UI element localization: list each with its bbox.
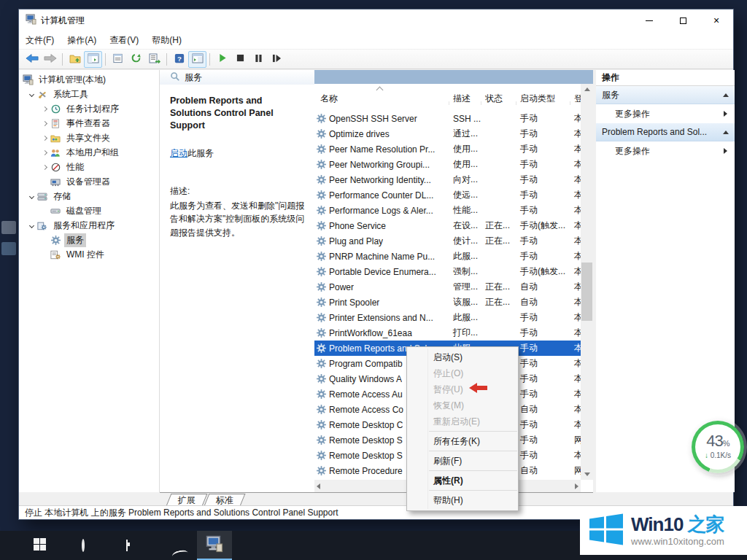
export-list-button[interactable]: [145, 51, 163, 68]
pause-service-button[interactable]: [249, 51, 268, 68]
chevron-right-icon[interactable]: [39, 151, 50, 155]
context-menu-item-10[interactable]: 属性(R): [407, 472, 518, 489]
column-divider[interactable]: [449, 101, 449, 105]
restart-service-button[interactable]: [268, 51, 286, 68]
tab-extended[interactable]: 扩展: [166, 494, 208, 506]
minimize-button[interactable]: [632, 9, 666, 31]
tree-item-4[interactable]: 共享文件夹: [19, 131, 159, 145]
service-row[interactable]: Peer Networking Groupi...使用...手动本: [314, 157, 581, 172]
properties-button[interactable]: [109, 51, 127, 68]
tree-item-3[interactable]: 事件查看器: [19, 116, 159, 131]
chevron-down-icon[interactable]: [26, 195, 36, 198]
service-description-cell: 性能...: [453, 204, 478, 217]
start-service-button[interactable]: [213, 51, 231, 68]
chevron-down-icon[interactable]: [26, 93, 36, 96]
tree-item-0[interactable]: 计算机管理(本地): [19, 72, 159, 87]
collapse-icon[interactable]: [723, 131, 729, 134]
column-header-1[interactable]: 描述: [453, 93, 471, 105]
column-divider[interactable]: [481, 101, 481, 105]
service-row[interactable]: OpenSSH SSH ServerSSH ...手动本: [314, 111, 581, 126]
show-console-tree-button[interactable]: [84, 51, 102, 68]
actions-section-label: Problem Reports and Sol...: [602, 127, 707, 137]
context-menu-item-8[interactable]: 刷新(F): [407, 453, 518, 469]
browser-taskbar-button[interactable]: [153, 531, 188, 560]
chevron-right-icon[interactable]: [39, 166, 50, 169]
service-row[interactable]: Portable Device Enumera...强制...手动(触发...本: [314, 264, 581, 279]
start-service-link[interactable]: 启动: [170, 148, 187, 158]
column-divider[interactable]: [570, 101, 570, 105]
gear-icon: [314, 405, 328, 414]
menu-0[interactable]: 文件(F): [19, 32, 61, 49]
desktop-icon[interactable]: [1, 242, 16, 255]
computer-management-taskbar-button[interactable]: [197, 531, 232, 560]
maximize-button[interactable]: [666, 9, 700, 31]
context-menu-item-0[interactable]: 启动(S): [407, 349, 518, 365]
column-header-0[interactable]: 名称: [320, 93, 338, 105]
desktop-icon[interactable]: [1, 221, 16, 234]
scroll-up-icon[interactable]: [584, 88, 590, 91]
menu-2[interactable]: 查看(V): [103, 32, 145, 49]
task-view-taskbar-button[interactable]: [109, 531, 144, 560]
service-row[interactable]: Performance Logs & Aler...性能...手动本: [314, 203, 581, 218]
gear-icon: [314, 282, 328, 292]
tab-standard[interactable]: 标准: [204, 494, 246, 506]
chevron-right-icon[interactable]: [39, 136, 50, 140]
cortana-taskbar-button[interactable]: [66, 531, 101, 560]
service-row[interactable]: PNRP Machine Name Pu...此服...手动本: [314, 249, 581, 264]
start-taskbar-button[interactable]: [22, 531, 57, 560]
column-divider[interactable]: [516, 101, 516, 105]
service-row[interactable]: Plug and Play使计...正在...手动本: [314, 233, 581, 249]
scroll-right-icon[interactable]: [575, 483, 578, 489]
menu-1[interactable]: 操作(A): [61, 32, 103, 49]
vertical-scrollbar[interactable]: [581, 84, 593, 480]
context-menu-item-12[interactable]: 帮助(H): [407, 492, 518, 508]
collapse-icon[interactable]: [723, 93, 729, 97]
column-header-3[interactable]: 启动类型: [520, 93, 555, 105]
service-row[interactable]: Printer Extensions and N...此服...手动本: [314, 310, 581, 325]
scroll-left-icon[interactable]: [317, 483, 320, 489]
tree-item-12[interactable]: WMI 控件: [19, 247, 159, 262]
tree-item-2[interactable]: 任务计划程序: [19, 101, 159, 116]
context-menu-item-4: 重新启动(E): [407, 413, 518, 429]
scrollbar-thumb[interactable]: [581, 262, 592, 321]
menu-3[interactable]: 帮助(H): [145, 32, 188, 49]
refresh-button[interactable]: [127, 51, 145, 68]
actions-section-header[interactable]: 服务: [596, 86, 735, 104]
column-header-2[interactable]: 状态: [485, 93, 503, 105]
chevron-right-icon[interactable]: [39, 107, 50, 111]
forward-button[interactable]: [41, 51, 59, 68]
service-row[interactable]: Peer Networking Identity...向对...手动本: [314, 172, 581, 187]
service-row[interactable]: Performance Counter DL...使远...手动本: [314, 187, 581, 203]
service-description-cell: 强制...: [453, 265, 478, 278]
service-row[interactable]: Optimize drives通过...手动本: [314, 126, 581, 141]
tree-item-10[interactable]: 服务和应用程序: [19, 218, 159, 233]
stop-service-button[interactable]: [231, 51, 249, 68]
download-progress-badge[interactable]: 43% ↓ 0.1K/s: [692, 421, 744, 473]
tree-item-7[interactable]: 设备管理器: [19, 174, 159, 189]
tree-item-5[interactable]: 本地用户和组: [19, 145, 159, 160]
tree-item-6[interactable]: 性能: [19, 160, 159, 174]
service-status: 正在...: [485, 235, 510, 247]
context-menu-item-6[interactable]: 所有任务(K): [407, 433, 518, 449]
tree-item-9[interactable]: 磁盘管理: [19, 203, 159, 218]
service-row[interactable]: Print Spooler该服...正在...自动本: [314, 295, 581, 310]
more-actions-item[interactable]: 更多操作: [596, 104, 735, 123]
more-actions-item[interactable]: 更多操作: [596, 141, 735, 160]
back-button[interactable]: [23, 51, 41, 68]
service-startup-type: 手动: [520, 128, 538, 140]
chevron-right-icon[interactable]: [39, 122, 50, 125]
show-action-pane-button[interactable]: [188, 51, 206, 68]
chevron-down-icon[interactable]: [26, 224, 36, 228]
tree-item-1[interactable]: 系统工具: [19, 87, 159, 101]
service-row[interactable]: Peer Name Resolution Pr...使用...手动本: [314, 141, 581, 157]
tree-item-11[interactable]: 服务: [19, 233, 159, 247]
tree-item-8[interactable]: 存储: [19, 189, 159, 203]
close-button[interactable]: ×: [700, 9, 733, 31]
service-row[interactable]: PrintWorkflow_61eaa打印...手动本: [314, 325, 581, 341]
service-row[interactable]: Power管理...正在...自动本: [314, 279, 581, 295]
actions-section-header[interactable]: Problem Reports and Sol...: [596, 123, 735, 141]
scroll-down-icon[interactable]: [584, 472, 590, 476]
folder-up-button[interactable]: [66, 51, 84, 68]
service-row[interactable]: Phone Service在设...正在...手动(触发...本: [314, 218, 581, 233]
help-button[interactable]: ?: [170, 51, 188, 68]
